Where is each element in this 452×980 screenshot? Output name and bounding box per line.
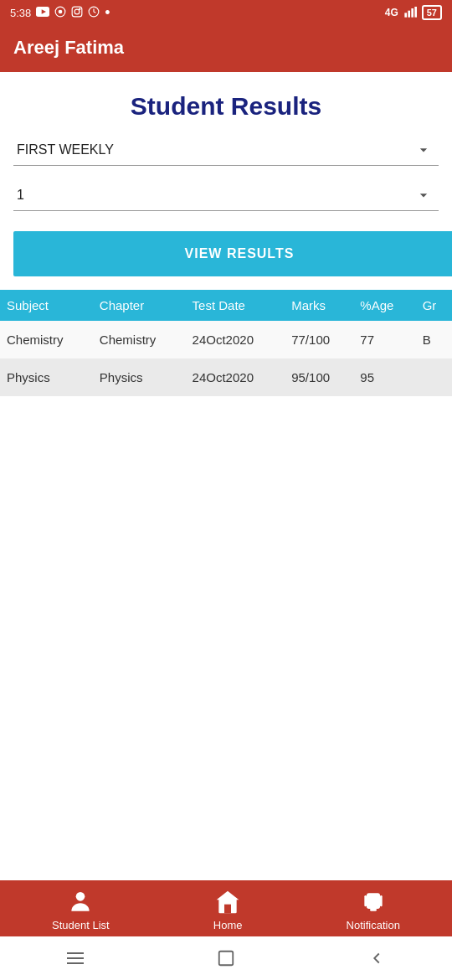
view-results-button[interactable]: VIEW RESULTS xyxy=(13,231,452,276)
results-table-wrapper: Subject Chapter Test Date Marks %Age Gr … xyxy=(0,276,452,396)
svg-point-12 xyxy=(76,892,85,901)
svg-rect-24 xyxy=(219,952,234,966)
svg-rect-15 xyxy=(224,905,231,914)
android-menu-button[interactable] xyxy=(64,946,87,970)
page-title: Student Results xyxy=(0,72,452,134)
status-right: 4G 57 xyxy=(385,5,442,20)
android-nav xyxy=(0,936,452,980)
signal-icon xyxy=(403,6,417,20)
cell-age: 95 xyxy=(353,358,415,396)
instagram-icon xyxy=(71,6,83,20)
nav-student-list-label: Student List xyxy=(52,919,110,931)
cell-grade: B xyxy=(416,321,452,358)
svg-rect-11 xyxy=(414,7,417,18)
dot-indicator: • xyxy=(105,5,110,20)
svg-point-5 xyxy=(74,9,80,14)
col-marks: Marks xyxy=(285,290,353,321)
cell-grade xyxy=(416,358,452,396)
battery-icon: 57 xyxy=(422,5,442,20)
status-bar: 5:38 • 4G 57 xyxy=(0,0,452,25)
home-icon xyxy=(214,889,241,916)
col-subject: Subject xyxy=(0,290,93,321)
table-row: Physics Physics 24Oct2020 95/100 95 xyxy=(0,358,452,396)
notification-icon xyxy=(360,889,387,916)
svg-marker-14 xyxy=(217,891,239,900)
cell-chapter: Physics xyxy=(93,358,186,396)
nav-notification-label: Notification xyxy=(347,919,400,931)
cell-testdate: 24Oct2020 xyxy=(186,358,285,396)
table-row: Chemistry Chemistry 24Oct2020 77/100 77 … xyxy=(0,321,452,358)
network-icon: 4G xyxy=(385,7,398,18)
svg-rect-8 xyxy=(404,13,407,17)
chapter-dropdown[interactable]: 1 2 3 4 5 xyxy=(13,179,439,211)
nav-student-list[interactable]: Student List xyxy=(52,889,110,931)
cell-age: 77 xyxy=(353,321,415,358)
svg-rect-9 xyxy=(408,10,410,17)
col-age: %Age xyxy=(353,290,415,321)
header: Areej Fatima xyxy=(0,25,452,72)
nav-home[interactable]: Home xyxy=(213,889,243,931)
bottom-nav: Student List Home Notification xyxy=(0,880,452,936)
results-table: Subject Chapter Test Date Marks %Age Gr … xyxy=(0,290,452,396)
cell-chapter: Chemistry xyxy=(93,321,186,358)
status-left: 5:38 • xyxy=(10,5,110,20)
svg-rect-18 xyxy=(380,895,383,906)
cell-marks: 77/100 xyxy=(285,321,353,358)
svg-rect-19 xyxy=(370,909,377,911)
col-testdate: Test Date xyxy=(186,290,285,321)
clock-icon xyxy=(88,6,100,20)
exam-type-dropdown[interactable]: FIRST WEEKLY SECOND WEEKLY THIRD WEEKLY xyxy=(13,134,439,166)
table-header-row: Subject Chapter Test Date Marks %Age Gr xyxy=(0,290,452,321)
svg-point-6 xyxy=(80,8,80,9)
dropdown-container: FIRST WEEKLY SECOND WEEKLY THIRD WEEKLY … xyxy=(0,134,452,224)
nav-home-label: Home xyxy=(213,919,243,931)
cell-marks: 95/100 xyxy=(285,358,353,396)
user-name: Areej Fatima xyxy=(13,37,124,58)
col-grade: Gr xyxy=(416,290,452,321)
svg-rect-17 xyxy=(364,895,367,906)
nav-notification[interactable]: Notification xyxy=(347,889,400,931)
svg-point-3 xyxy=(59,9,63,13)
android-back-button[interactable] xyxy=(365,946,388,970)
person-icon xyxy=(67,889,94,916)
android-home-button[interactable] xyxy=(214,946,238,970)
cell-testdate: 24Oct2020 xyxy=(186,321,285,358)
main-content: Student Results FIRST WEEKLY SECOND WEEK… xyxy=(0,72,452,880)
cell-subject: Chemistry xyxy=(0,321,93,358)
svg-rect-10 xyxy=(411,8,413,18)
youtube-icon xyxy=(36,7,49,19)
cell-subject: Physics xyxy=(0,358,93,396)
svg-point-20 xyxy=(371,895,375,900)
status-time: 5:38 xyxy=(10,7,31,19)
chrome-icon xyxy=(54,6,66,20)
col-chapter: Chapter xyxy=(93,290,186,321)
